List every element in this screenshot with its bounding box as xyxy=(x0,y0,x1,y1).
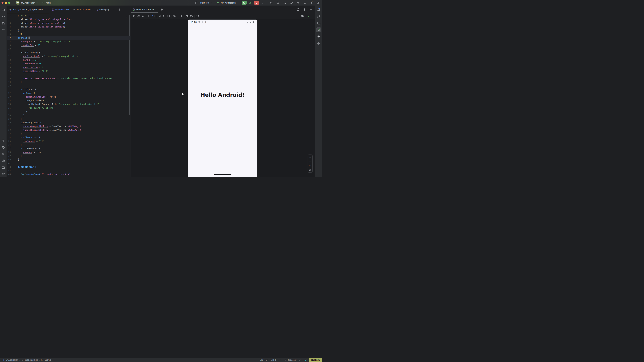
user-account-icon[interactable] xyxy=(316,1,320,5)
code-line[interactable]: 30 compileOptions { xyxy=(7,121,130,124)
code-line[interactable]: 27 ) xyxy=(7,110,130,113)
code-line[interactable]: 9 compileSdk = 36 xyxy=(7,43,130,47)
code-line[interactable]: 15 versionCode = 1 xyxy=(7,65,130,69)
code-line[interactable]: 42dependencies { xyxy=(7,165,130,169)
emulator-volume-down-icon[interactable] xyxy=(141,14,145,18)
fit-screen-icon[interactable] xyxy=(309,169,311,171)
zoom-actual-size-button[interactable]: 1:1 xyxy=(309,165,312,167)
settings-gear-icon[interactable] xyxy=(309,1,314,5)
emulator-rotate-right-icon[interactable] xyxy=(152,14,156,18)
emulator-volume-up-icon[interactable] xyxy=(136,14,141,18)
code-line[interactable]: 20 xyxy=(7,84,130,88)
code-line[interactable]: 23 isMinifyEnabled = false xyxy=(7,95,130,99)
search-icon[interactable] xyxy=(302,1,307,5)
code-line[interactable]: 19 } xyxy=(7,80,130,84)
code-line[interactable]: 39 } xyxy=(7,154,130,158)
profiler-icon[interactable] xyxy=(282,1,287,5)
code-line[interactable]: 8 namespace = "com.example.myapplication… xyxy=(7,40,130,43)
code-line[interactable]: 31 sourceCompatibility = JavaVersion.VER… xyxy=(7,124,130,128)
code-line[interactable]: 1plugins { xyxy=(7,14,130,17)
emulator-hardware-input-icon[interactable] xyxy=(172,14,177,18)
emulator-nav-overview-icon[interactable] xyxy=(166,14,171,18)
code-line[interactable]: 12 applicationId = "com.example.myapplic… xyxy=(7,54,130,58)
code-line[interactable]: 43 xyxy=(7,169,130,172)
code-line[interactable]: 25 getDefaultProguardFile("proguard-andr… xyxy=(7,102,130,106)
emulator-nav-home-icon[interactable] xyxy=(162,14,166,18)
code-line[interactable]: 33 } xyxy=(7,132,130,136)
emulator-screenshot-camera-icon[interactable] xyxy=(185,14,189,18)
stripe-assistant-sparkle-icon[interactable] xyxy=(316,34,321,39)
add-device-tab-button[interactable] xyxy=(160,7,164,12)
stripe-version-control-branch-icon[interactable] xyxy=(1,172,6,177)
code-line[interactable]: 36 } xyxy=(7,143,130,147)
code-area[interactable]: 1plugins {2 alias(libs.plugins.android.a… xyxy=(7,13,130,177)
code-line[interactable]: 29 } xyxy=(7,117,130,121)
code-line[interactable]: 32 targetCompatibility = JavaVersion.VER… xyxy=(7,128,130,132)
phone-nav-handle[interactable] xyxy=(214,174,232,175)
window-close-button[interactable] xyxy=(2,2,4,4)
stripe-more-horizontal-icon[interactable] xyxy=(1,27,6,32)
emulator-screen[interactable]: 10:20 A Hello Android! xyxy=(188,19,258,177)
code-line[interactable]: 3 alias(libs.plugins.kotlin.android) xyxy=(7,21,130,25)
hide-panel-icon[interactable] xyxy=(308,7,313,12)
stop-app-button[interactable] xyxy=(254,1,259,5)
intention-bulb-icon[interactable] xyxy=(20,33,22,35)
code-line[interactable]: 21 buildTypes { xyxy=(7,88,130,91)
editor-tab-1[interactable]: Kbuild.gradle.kts (My Application) xyxy=(7,5,49,13)
stripe-logcat-cat-icon[interactable] xyxy=(1,152,6,157)
stripe-terminal-icon[interactable] xyxy=(1,165,6,170)
sync-arrows-icon[interactable] xyxy=(296,1,300,5)
emulator-power-icon[interactable] xyxy=(132,14,136,18)
stripe-build-hammer-tool-icon[interactable] xyxy=(1,138,6,143)
rerun-app-button[interactable] xyxy=(242,1,247,5)
code-line[interactable]: 17 xyxy=(7,73,130,77)
emulator-device-settings-icon[interactable] xyxy=(179,14,183,18)
code-line[interactable]: 28 } xyxy=(7,113,130,117)
close-icon[interactable] xyxy=(155,9,157,10)
open-in-window-icon[interactable] xyxy=(296,7,300,12)
emulator-kebab-icon[interactable] xyxy=(200,14,204,18)
stripe-airplane-icon[interactable] xyxy=(316,41,321,46)
code-line[interactable]: 2 alias(libs.plugins.android.application… xyxy=(7,17,130,21)
build-hammer-icon[interactable] xyxy=(269,1,273,5)
emulator-check-green-icon[interactable] xyxy=(307,14,311,18)
kebab-icon[interactable] xyxy=(302,7,306,12)
window-minimize-button[interactable] xyxy=(5,2,7,4)
zoom-in-button[interactable]: + xyxy=(310,156,311,158)
code-line[interactable]: 7android { xyxy=(7,36,130,40)
emulator-nav-back-icon[interactable] xyxy=(158,14,162,18)
stripe-project-folder-icon[interactable] xyxy=(1,7,6,12)
code-line[interactable]: 35 jvmTarget = "11" xyxy=(7,139,130,143)
code-line[interactable]: 11 defaultConfig { xyxy=(7,51,130,54)
chevron-down-icon[interactable] xyxy=(111,7,116,12)
code-editor[interactable]: Kbuild.gradle.kts (My Application)MainAc… xyxy=(7,5,130,177)
stripe-device-manager-icon[interactable] xyxy=(316,21,321,26)
code-line[interactable]: 14 targetSdk = 36 xyxy=(7,62,130,65)
emulator-rotate-left-icon[interactable] xyxy=(147,14,152,18)
editor-tab-2[interactable]: MainActivity.kt xyxy=(49,5,71,13)
editor-tab-4[interactable]: Ksettings.g xyxy=(94,5,111,13)
debug-bug-icon[interactable] xyxy=(248,1,252,5)
zoom-out-button[interactable]: − xyxy=(310,160,311,163)
code-line[interactable]: 26 "proguard-rules.pro" xyxy=(7,106,130,110)
code-line[interactable]: 22 release { xyxy=(7,91,130,95)
code-line[interactable]: 44 implementation(libs.androidx.core.ktx… xyxy=(7,172,130,176)
emulator-snapshot-reset-icon[interactable] xyxy=(196,14,200,18)
close-icon[interactable] xyxy=(44,8,47,11)
window-zoom-button[interactable] xyxy=(8,2,10,4)
code-line[interactable]: 37 buildFeatures { xyxy=(7,147,130,150)
run-configuration-selector[interactable]: My_Application xyxy=(216,1,238,5)
code-line[interactable]: 4 alias(libs.plugins.kotlin.compose) xyxy=(7,25,130,29)
code-line[interactable]: 6 xyxy=(7,32,130,36)
code-line[interactable]: 38 compose = true xyxy=(7,150,130,154)
emulator-screen-record-icon[interactable] xyxy=(189,14,194,18)
device-selector[interactable]: Pixel 9 Pro xyxy=(194,1,212,5)
code-line[interactable]: 40} xyxy=(7,158,130,161)
kebab-icon[interactable] xyxy=(117,7,122,12)
attach-debugger-icon[interactable] xyxy=(289,1,294,5)
emulator-ui-inspect-icon[interactable] xyxy=(300,14,305,18)
run-more-kebab-icon[interactable] xyxy=(260,1,265,5)
code-line[interactable]: 13 minSdk = 24 xyxy=(7,58,130,62)
code-line[interactable]: 24 proguardFiles( xyxy=(7,99,130,102)
project-menu[interactable]: My Application xyxy=(21,1,38,4)
